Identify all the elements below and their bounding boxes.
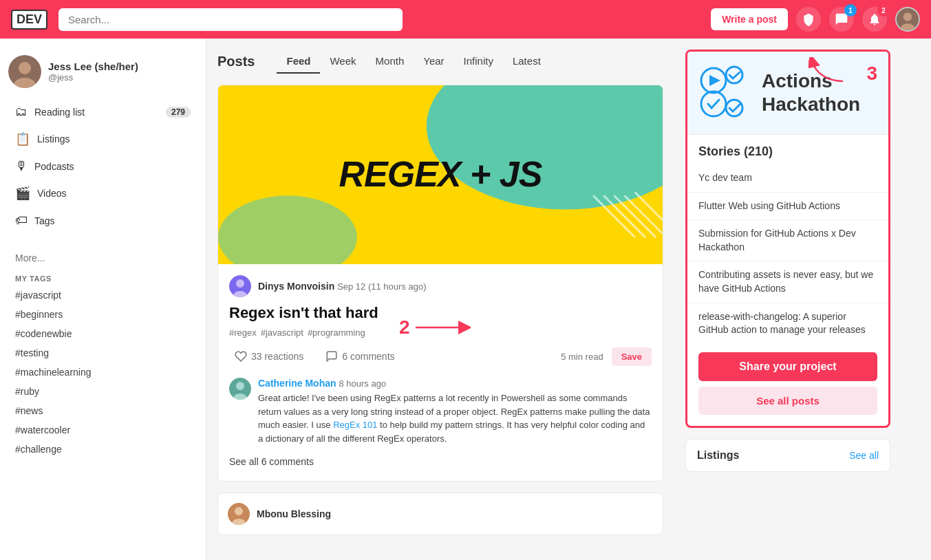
bell-icon-btn[interactable]: 2 bbox=[862, 7, 887, 32]
tab-month[interactable]: Month bbox=[366, 50, 414, 74]
tab-feed[interactable]: Feed bbox=[277, 50, 320, 74]
sidebar-item-videos[interactable]: 🎬 Videos bbox=[8, 180, 197, 206]
comments-button[interactable]: 6 comments bbox=[320, 346, 400, 367]
tab-infinity[interactable]: Infinity bbox=[454, 50, 503, 74]
videos-icon: 🎬 bbox=[15, 186, 30, 201]
sidebar-item-tags[interactable]: 🏷 Tags bbox=[8, 208, 197, 233]
tab-latest[interactable]: Latest bbox=[503, 50, 550, 74]
posts-title: Posts bbox=[217, 54, 255, 69]
comment-section: Catherine Mohan 8 hours ago Great articl… bbox=[218, 378, 663, 481]
see-all-comments-link[interactable]: See all 6 comments bbox=[229, 453, 652, 470]
sidebar-item-podcasts[interactable]: 🎙 Podcasts bbox=[8, 153, 197, 179]
podcasts-icon: 🎙 bbox=[15, 159, 28, 173]
reading-list-icon: 🗂 bbox=[15, 105, 28, 119]
shield-icon-btn[interactable] bbox=[796, 7, 821, 32]
tag-challenge[interactable]: #challenge bbox=[8, 440, 197, 459]
user-name: Jess Lee (she/her) bbox=[48, 61, 138, 72]
tag-javascript[interactable]: #javascript bbox=[8, 286, 197, 305]
posts-header: Posts Feed Week Month Year Infinity Late… bbox=[217, 50, 663, 74]
svg-point-18 bbox=[236, 382, 244, 390]
post-title[interactable]: Regex isn't that hard bbox=[229, 304, 652, 322]
post-image-text: REGEX + JS bbox=[339, 155, 542, 194]
tags-label: Tags bbox=[34, 215, 55, 226]
listings-label: Listings bbox=[37, 133, 69, 144]
user-info[interactable]: Jess Lee (she/her) @jess bbox=[8, 50, 197, 99]
reading-list-count: 279 bbox=[166, 107, 191, 118]
dev-logo[interactable]: DEV bbox=[11, 10, 47, 30]
tag-testing[interactable]: #testing bbox=[8, 343, 197, 363]
svg-marker-24 bbox=[709, 75, 720, 86]
user-avatar-header[interactable] bbox=[895, 7, 920, 32]
tag-machinelearning[interactable]: #machinelearning bbox=[8, 363, 197, 382]
story-item-2[interactable]: Submission for GitHub Actions x Dev Hack… bbox=[687, 220, 888, 261]
post-card-regex: REGEX + JS Dinys Monvoisin Sep 12 (11 ho… bbox=[217, 85, 663, 482]
next-post-avatar bbox=[228, 503, 250, 525]
search-input[interactable] bbox=[58, 8, 403, 31]
bell-badge: 2 bbox=[877, 4, 890, 17]
story-item-0[interactable]: Yc dev team bbox=[687, 164, 888, 193]
listings-see-all-link[interactable]: See all bbox=[849, 450, 879, 461]
svg-point-4 bbox=[19, 62, 31, 74]
post-actions: 33 reactions 6 comments 5 min read Save bbox=[229, 346, 652, 367]
share-project-button[interactable]: Share your project bbox=[698, 352, 877, 381]
post-tag-regex[interactable]: #regex bbox=[229, 327, 257, 338]
regex101-link[interactable]: RegEx 101 bbox=[333, 420, 377, 430]
tag-watercooler[interactable]: #watercooler bbox=[8, 420, 197, 440]
svg-point-21 bbox=[235, 507, 243, 515]
my-tags-label: MY TAGS bbox=[8, 269, 197, 286]
tag-codenewbie[interactable]: #codenewbie bbox=[8, 324, 197, 343]
comment-text: Great article! I've been using RegEx pat… bbox=[258, 391, 652, 445]
annotation-3: 3 bbox=[866, 63, 877, 85]
hackathon-icon bbox=[698, 65, 753, 120]
chat-icon-btn[interactable]: 1 bbox=[829, 7, 854, 32]
feed-tabs: Feed Week Month Year Infinity Latest bbox=[277, 50, 550, 74]
more-link[interactable]: More... bbox=[8, 247, 197, 269]
user-handle: @jess bbox=[48, 72, 138, 83]
comment-author-name[interactable]: Catherine Mohan bbox=[258, 378, 336, 389]
header: DEV Write a post 1 2 bbox=[0, 0, 931, 39]
svg-point-15 bbox=[236, 279, 244, 288]
sidebar-item-listings[interactable]: 📋 Listings bbox=[8, 126, 197, 152]
write-post-button[interactable]: Write a post bbox=[711, 8, 788, 30]
post-card-next: Mbonu Blessing bbox=[217, 493, 663, 535]
sidebar-item-reading-list[interactable]: 🗂 Reading list 279 bbox=[8, 99, 197, 125]
story-item-4[interactable]: release-with-changelog: A superior GitHu… bbox=[687, 303, 888, 344]
tab-year[interactable]: Year bbox=[414, 50, 453, 74]
reading-list-label: Reading list bbox=[34, 107, 85, 118]
left-sidebar: Jess Lee (she/her) @jess 🗂 Reading list … bbox=[0, 39, 206, 560]
page-layout: Jess Lee (she/her) @jess 🗂 Reading list … bbox=[0, 39, 931, 560]
main-feed: Posts Feed Week Month Year Infinity Late… bbox=[206, 39, 674, 560]
listings-widget: Listings See all bbox=[685, 439, 890, 472]
post-body: Dinys Monvoisin Sep 12 (11 hours ago) Re… bbox=[218, 264, 663, 378]
tag-ruby[interactable]: #ruby bbox=[8, 382, 197, 401]
see-all-posts-button[interactable]: See all posts bbox=[698, 387, 877, 415]
reactions-button[interactable]: 33 reactions bbox=[229, 346, 309, 367]
svg-point-26 bbox=[701, 91, 726, 116]
tag-beginners[interactable]: #beginners bbox=[8, 305, 197, 324]
post-author-name[interactable]: Dinys Monvoisin bbox=[258, 281, 334, 292]
post-author-date: Sep 12 (11 hours ago) bbox=[337, 281, 426, 292]
post-tag-javascript[interactable]: #javascript bbox=[261, 327, 303, 338]
header-right: Write a post 1 2 bbox=[711, 7, 920, 32]
tab-week[interactable]: Week bbox=[320, 50, 365, 74]
save-button[interactable]: Save bbox=[612, 347, 652, 366]
post-tag-programming[interactable]: #programming bbox=[308, 327, 365, 338]
hackathon-widget: 3 ActionsHackathon bbox=[685, 50, 890, 428]
hackathon-banner[interactable]: ActionsHackathon bbox=[687, 52, 888, 135]
reactions-count: 33 reactions bbox=[251, 351, 303, 362]
videos-label: Videos bbox=[37, 188, 67, 199]
tags-icon: 🏷 bbox=[15, 213, 28, 228]
tag-news[interactable]: #news bbox=[8, 401, 197, 420]
stories-title: Stories (210) bbox=[698, 144, 773, 159]
post-image[interactable]: REGEX + JS bbox=[218, 85, 663, 264]
svg-point-1 bbox=[903, 12, 912, 21]
story-item-1[interactable]: Flutter Web using GitHub Actions bbox=[687, 193, 888, 221]
post-author-row: Dinys Monvoisin Sep 12 (11 hours ago) bbox=[229, 275, 652, 297]
story-item-3[interactable]: Contributing assets is never easy, but w… bbox=[687, 261, 888, 303]
next-post-author[interactable]: Mbonu Blessing bbox=[257, 508, 331, 519]
listings-icon: 📋 bbox=[15, 131, 30, 147]
listings-widget-title: Listings bbox=[697, 449, 739, 462]
comments-count: 6 comments bbox=[342, 351, 394, 362]
sidebar-navigation: 🗂 Reading list 279 📋 Listings 🎙 Podcasts bbox=[8, 99, 197, 233]
comment-item: Catherine Mohan 8 hours ago Great articl… bbox=[229, 378, 652, 445]
